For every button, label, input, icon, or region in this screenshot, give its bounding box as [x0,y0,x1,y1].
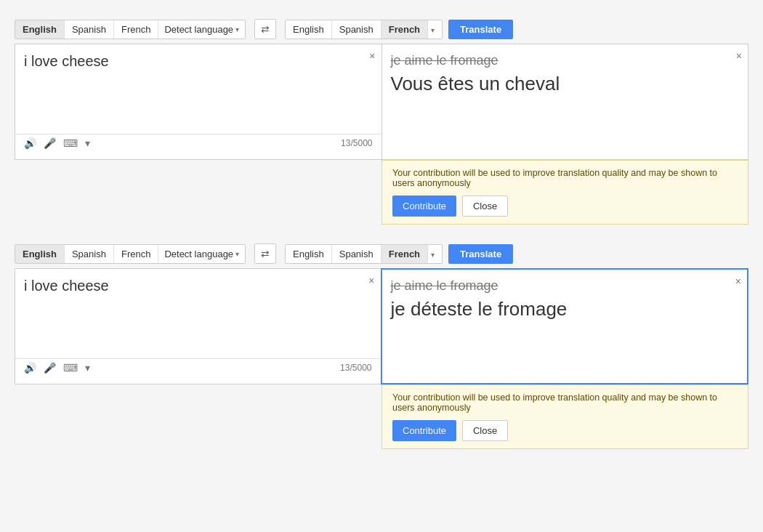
translation-strikethrough: je aime le fromage [391,53,740,68]
left-lang-btn-english[interactable]: English [15,20,65,39]
clear-input-btn[interactable]: × [369,50,375,62]
left-lang-bar: EnglishSpanishFrenchDetect language ▾ [15,20,246,39]
keyboard-dropdown-arrow[interactable]: ▾ [85,137,90,149]
translation-panels: ×🔊🎤⌨▾13/5000×je aime le fromageje détest… [15,268,748,384]
translation-strikethrough: je aime le fromage [391,278,739,294]
contribution-banner: Your contribution will be used to improv… [382,160,748,225]
contribution-banner: Your contribution will be used to improv… [382,384,748,449]
toolbar: EnglishSpanishFrenchDetect language ▾⇄En… [15,239,748,268]
swap-languages-btn[interactable]: ⇄ [254,243,276,264]
toolbar: EnglishSpanishFrenchDetect language ▾⇄En… [15,15,748,44]
translation-main-text: Vous êtes un cheval [391,73,560,94]
translation-output: je aime le fromageVous êtes un cheval [382,44,748,117]
detect-language-btn[interactable]: Detect language ▾ [158,245,245,263]
right-lang-btn-french[interactable]: French [382,245,428,263]
contribution-text: Your contribution will be used to improv… [392,168,717,188]
detect-language-btn[interactable]: Detect language ▾ [158,20,245,39]
swap-languages-btn[interactable]: ⇄ [254,19,276,39]
mic-icon[interactable]: 🎤 [44,362,56,374]
contribution-actions: ContributeClose [392,420,738,441]
contribution-section: Your contribution will be used to improv… [382,160,748,225]
right-lang-dropdown-btn[interactable]: ▾ [428,20,442,39]
contribution-actions: ContributeClose [392,196,738,217]
mic-icon[interactable]: 🎤 [44,137,56,149]
keyboard-dropdown-arrow[interactable]: ▾ [85,362,90,374]
char-count: 13/5000 [340,363,371,373]
left-lang-btn-spanish[interactable]: Spanish [65,245,114,263]
clear-output-btn[interactable]: × [736,50,742,62]
translation-output: je aime le fromageje déteste le fromage [382,270,748,342]
close-contribution-btn[interactable]: Close [462,196,508,217]
keyboard-icon[interactable]: ⌨ [63,137,78,149]
char-count: 13/5000 [341,138,372,148]
translator-block: EnglishSpanishFrenchDetect language ▾⇄En… [15,15,748,225]
right-lang-dropdown-btn[interactable]: ▾ [428,245,442,263]
left-lang-btn-french[interactable]: French [114,20,158,39]
contribution-text: Your contribution will be used to improv… [392,392,717,413]
right-lang-bar: EnglishSpanishFrench▾ [285,244,443,264]
detect-dropdown-arrow: ▾ [235,25,239,33]
left-lang-btn-french[interactable]: French [114,245,158,263]
left-lang-btn-english[interactable]: English [15,245,65,263]
translation-panels: ×🔊🎤⌨▾13/5000×je aime le fromageVous êtes… [15,44,748,160]
detect-dropdown-arrow: ▾ [235,250,239,258]
contribute-btn[interactable]: Contribute [392,196,456,217]
translator-block: EnglishSpanishFrenchDetect language ▾⇄En… [15,239,748,449]
right-lang-btn-spanish[interactable]: Spanish [332,245,382,263]
right-lang-btn-spanish[interactable]: Spanish [332,20,382,39]
toolbar-right: EnglishSpanishFrench▾Translate [285,20,748,39]
left-lang-btn-spanish[interactable]: Spanish [65,20,114,39]
translate-btn[interactable]: Translate [448,20,513,39]
output-panel: ×je aime le fromageVous êtes un cheval [382,44,749,160]
right-lang-btn-english[interactable]: English [286,20,332,39]
clear-input-btn[interactable]: × [368,275,374,286]
source-text-input[interactable] [15,44,382,132]
right-lang-btn-french[interactable]: French [382,20,428,39]
output-panel: ×je aime le fromageje déteste le fromage [381,268,749,384]
right-lang-btn-english[interactable]: English [286,245,332,263]
input-panel-footer: 🔊🎤⌨▾13/5000 [15,358,381,376]
input-panel: ×🔊🎤⌨▾13/5000 [15,44,382,160]
contribute-btn[interactable]: Contribute [392,420,456,441]
input-panel: ×🔊🎤⌨▾13/5000 [15,268,381,384]
right-dropdown-arrow: ▾ [431,26,435,34]
keyboard-icon[interactable]: ⌨ [63,362,78,374]
left-lang-bar: EnglishSpanishFrenchDetect language ▾ [15,244,246,264]
toolbar-right: EnglishSpanishFrench▾Translate [285,244,748,264]
right-dropdown-arrow: ▾ [431,251,435,259]
contribution-section: Your contribution will be used to improv… [382,384,748,449]
translate-btn[interactable]: Translate [448,244,513,264]
speaker-icon[interactable]: 🔊 [24,137,36,149]
close-contribution-btn[interactable]: Close [462,420,508,441]
source-text-input[interactable] [15,269,381,356]
translation-main-text: je déteste le fromage [391,298,568,320]
input-panel-footer: 🔊🎤⌨▾13/5000 [15,134,382,152]
clear-output-btn[interactable]: × [735,275,741,287]
right-lang-bar: EnglishSpanishFrench▾ [285,20,443,39]
speaker-icon[interactable]: 🔊 [24,362,36,374]
